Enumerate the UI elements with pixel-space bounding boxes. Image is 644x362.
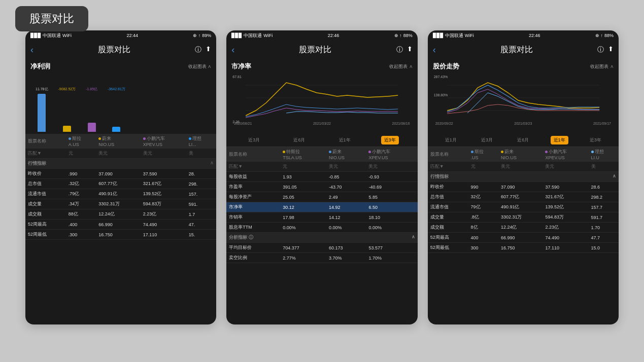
- wifi-icon-1: WiFi: [62, 33, 72, 38]
- row-pb-2: 市净率30.1214.926.50: [226, 202, 417, 212]
- x-label-3-3: 2021/09/17: [593, 122, 611, 125]
- unit-match[interactable]: 匹配▼: [25, 149, 66, 159]
- bar-xpev-label: -1.85亿: [86, 87, 97, 92]
- tab-3m-2[interactable]: 近3月: [245, 136, 263, 144]
- trend-chart-container-3: 287.43% 138.80%: [428, 73, 619, 134]
- bar-tesla-label: 11.78亿: [36, 87, 48, 92]
- tab-3m-3[interactable]: 近3月: [478, 136, 496, 144]
- tab-1m-3[interactable]: 近1月: [442, 136, 460, 144]
- row-vol-3: 成交量.8亿3302.31万594.83万591.7: [428, 212, 619, 223]
- bar-nio: -9082.52万: [58, 87, 76, 132]
- th-nio-1: 蔚来NIO.US: [96, 134, 141, 149]
- row-float-cap-1: 流通市值.79亿490.91亿139.52亿157.: [25, 189, 216, 199]
- screen-body-3: 股价走势 收起图表 ∧ 287.43% 138.80%: [428, 59, 619, 324]
- unit-usd1: 美元: [96, 149, 141, 159]
- th-name-2: 股票名称: [226, 147, 280, 162]
- bar-xpev: -1.85亿: [86, 87, 97, 132]
- nav-icons-3: ⓘ ⬆: [597, 45, 614, 54]
- carrier-3: 中国联通: [445, 32, 463, 39]
- status-right-3: ⊕ ↑ 88%: [595, 33, 614, 38]
- row-close-3: 昨收价99037.09037.59028.6: [428, 182, 619, 192]
- row-ps-2: 市销率17.9814.1218.10: [226, 212, 417, 223]
- x-label-3-2: 2021/03/23: [514, 122, 532, 125]
- screen-1: ▉▉▉ 中国联通 WiFi 22:44 ⊕ ↑ 89% ‹ 股票对比 ⓘ ⬆ 净…: [25, 30, 216, 324]
- status-bar-2: ▉▉▉ 中国联通 WiFi 22:46 ⊕ ↑ 88%: [226, 30, 417, 41]
- th-name-1: 股票名称: [25, 134, 66, 149]
- info-icon-1[interactable]: ⓘ: [195, 45, 201, 54]
- analysis-section-row-2: 分析指标 ⓘ ∧: [226, 233, 417, 243]
- back-button-2[interactable]: ‹: [231, 45, 234, 55]
- nav-title-1: 股票对比: [98, 45, 130, 55]
- row-volume-1: 成交量.34万3302.31万594.83万591.: [25, 199, 216, 209]
- th-nio-2: 蔚来NIO.US: [326, 147, 366, 162]
- tab-1y-3[interactable]: 近1年: [551, 136, 568, 144]
- col-header-row-2: 股票名称 特斯拉TSLA.US 蔚来NIO.US 小鹏汽车XPEV.US: [226, 147, 417, 162]
- stock-table-1: 股票名称 斯拉A.US 蔚来NIO.US 小鹏汽车XPEV.US: [25, 134, 216, 240]
- row-val2: 37.090: [96, 169, 141, 179]
- status-left-1: ▉▉▉ 中国联通 WiFi: [30, 32, 72, 39]
- section-action-1[interactable]: 收起图表 ∧: [188, 63, 212, 70]
- row-target-price-2: 平均目标价704.37760.17353.577: [226, 243, 417, 253]
- battery-2: 88%: [403, 33, 413, 38]
- bar-li-bar: [112, 127, 120, 132]
- share-icon-3[interactable]: ⬆: [608, 45, 614, 54]
- row-val1: .990: [66, 169, 96, 179]
- row-short-ratio-2: 卖空比例2.77%3.70%1.70%: [226, 253, 417, 263]
- tab-3y-2[interactable]: 近3年: [381, 136, 399, 144]
- carrier-2: 中国联通: [244, 32, 262, 39]
- chart-x-labels-2: 2020/08/21 2021/03/22 2021/08/16: [231, 122, 412, 125]
- unit-yuan: 元: [66, 149, 96, 159]
- bar-li-label: -3642.81万: [108, 87, 125, 92]
- carrier-1: 中国联通: [43, 32, 61, 39]
- share-icon-2[interactable]: ⬆: [407, 45, 413, 54]
- bar-li: -3642.81万: [108, 87, 125, 132]
- status-bar-1: ▉▉▉ 中国联通 WiFi 22:44 ⊕ ↑ 89%: [25, 30, 216, 41]
- nav-bar-3: ‹ 股票对比 ⓘ ⬆: [428, 41, 619, 59]
- app-label: 股票对比: [15, 6, 88, 31]
- section-title-3: 股价走势: [433, 62, 459, 71]
- tab-1y-2[interactable]: 近1年: [336, 136, 354, 144]
- bar-chart-1: 11.78亿 -9082.52万 -1.85亿 -3642.81万: [25, 73, 216, 134]
- bar-nio-label: -9082.52万: [58, 87, 76, 92]
- chart-mid-label-3: 138.80%: [434, 93, 448, 97]
- time-1: 22:44: [126, 33, 138, 38]
- back-button-1[interactable]: ‹: [30, 45, 33, 55]
- status-icons-3: ⊕ ↑: [595, 33, 603, 38]
- screen-body-2: 市净率 收起图表 ∧ 67.81 2.26: [226, 59, 417, 324]
- x-label-2: 2021/03/22: [313, 122, 331, 125]
- unit-row-2: 匹配▼ 元美元美元: [226, 162, 417, 172]
- nav-bar-1: ‹ 股票对比 ⓘ ⬆: [25, 41, 216, 59]
- info-icon-3[interactable]: ⓘ: [597, 45, 604, 54]
- screens-container: ▉▉▉ 中国联通 WiFi 22:44 ⊕ ↑ 89% ‹ 股票对比 ⓘ ⬆ 净…: [25, 30, 619, 347]
- th-tesla-3: 斯拉.US: [468, 147, 498, 162]
- col-header-row-1: 股票名称 斯拉A.US 蔚来NIO.US 小鹏汽车XPEV.US: [25, 134, 216, 149]
- row-float-3: 流通市值79亿490.91亿139.52亿157.7: [428, 202, 619, 212]
- signal-icon-2: ▉▉▉: [231, 33, 242, 38]
- tab-3y-3[interactable]: 近3年: [587, 136, 604, 144]
- status-right-2: ⊕ ↑ 88%: [394, 33, 413, 38]
- screen-2: ▉▉▉ 中国联通 WiFi 22:46 ⊕ ↑ 88% ‹ 股票对比 ⓘ ⬆ 市…: [226, 30, 417, 324]
- stock-table-2: 股票名称 特斯拉TSLA.US 蔚来NIO.US 小鹏汽车XPEV.US: [226, 147, 417, 263]
- section-action-3[interactable]: 收起图表 ∧: [590, 63, 614, 70]
- share-icon-1[interactable]: ⬆: [206, 45, 211, 54]
- th-li-3: 理想LI.U: [589, 147, 619, 162]
- market-section-row-3: 行情指标 ∧: [428, 172, 619, 182]
- section-title-1: 净利润: [30, 62, 50, 71]
- status-icons-2: ⊕ ↑: [394, 33, 402, 38]
- row-52high-1: 52周最高.40066.99074.49047.: [25, 220, 216, 230]
- section-header-2: 市净率 收起图表 ∧: [226, 59, 417, 73]
- status-icons-1: ⊕ ↑: [193, 33, 200, 38]
- line-chart-svg-2: [231, 75, 412, 121]
- bar-tesla: 11.78亿: [36, 87, 48, 132]
- nav-title-3: 股票对比: [500, 45, 533, 55]
- table-container-3: 股票名称 斯拉.US 蔚来NIO.US 小鹏汽车XPEV.US: [428, 147, 619, 316]
- back-button-3[interactable]: ‹: [433, 45, 436, 55]
- row-val4: 28.: [186, 169, 216, 179]
- chart-x-labels-3: 2020/09/22 2021/03/23 2021/09/17: [433, 122, 614, 125]
- row-cap-3: 总市值32亿607.77亿321.67亿298.2: [428, 192, 619, 202]
- tab-6m-2[interactable]: 近6月: [290, 136, 308, 144]
- info-icon-2[interactable]: ⓘ: [396, 45, 403, 54]
- section-action-2[interactable]: 收起图表 ∧: [389, 63, 413, 70]
- tab-6m-3[interactable]: 近6月: [514, 136, 532, 144]
- unit-row-3: 匹配▼ 元美元美元美: [428, 162, 619, 172]
